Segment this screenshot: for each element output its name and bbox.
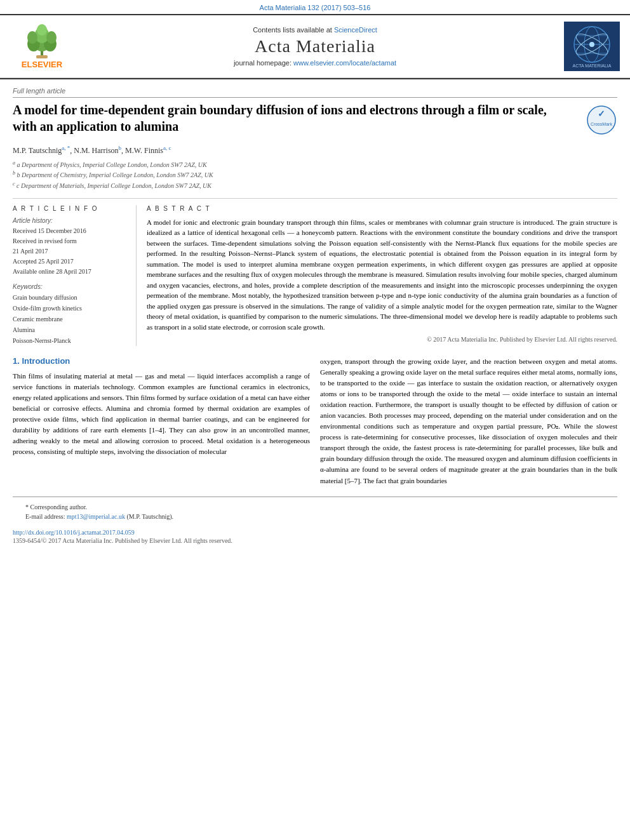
acta-materialia-logo: ACTA MATERIALIA: [564, 22, 620, 71]
email-note: E-mail address: mpt13@imperial.ac.uk (M.…: [25, 512, 605, 521]
svg-point-6: [46, 31, 57, 44]
sciencedirect-line: Contents lists available at ScienceDirec…: [80, 26, 550, 34]
revised-date: 21 April 2017: [13, 246, 130, 257]
keyword-5: Poisson-Nernst-Planck: [13, 335, 130, 346]
svg-point-5: [27, 31, 37, 44]
intro-right-text: oxygen, transport through the growing ox…: [320, 356, 617, 486]
elsevier-logo: ELSEVIER: [10, 23, 74, 69]
introduction-section: 1. Introduction Thin films of insulating…: [0, 346, 630, 497]
elsevier-tree-icon: [20, 23, 64, 58]
authors-line: M.P. Tautschniga, *, N.M. Harrisonb, M.W…: [13, 145, 617, 156]
affiliation-c: c c Department of Materials, Imperial Co…: [13, 180, 617, 190]
history-label: Article history:: [13, 217, 130, 224]
author-1: M.P. Tautschnig: [13, 146, 62, 155]
info-abstract-columns: A R T I C L E I N F O Article history: R…: [13, 198, 617, 346]
svg-text:✓: ✓: [598, 109, 605, 119]
corresponding-note: * Corresponding author.: [25, 502, 605, 512]
affiliation-b: b b Department of Chemistry, Imperial Co…: [13, 170, 617, 180]
svg-text:CrossMark: CrossMark: [591, 122, 612, 126]
article-title-row: A model for time-dependent grain boundar…: [13, 102, 617, 138]
doi-link[interactable]: http://dx.doi.org/10.1016/j.actamat.2017…: [13, 529, 135, 536]
svg-point-17: [589, 42, 594, 47]
homepage-link[interactable]: www.elsevier.com/locate/actamat: [293, 59, 396, 67]
keyword-4: Alumina: [13, 324, 130, 335]
copyright-line: © 2017 Acta Materialia Inc. Published by…: [147, 336, 617, 343]
svg-rect-8: [36, 55, 48, 58]
intro-right-column: oxygen, transport through the growing ox…: [320, 356, 617, 486]
sciencedirect-link[interactable]: ScienceDirect: [334, 26, 377, 34]
keywords-label: Keywords:: [13, 283, 130, 290]
keyword-1: Grain boundary diffusion: [13, 292, 130, 303]
keyword-3: Ceramic membrane: [13, 314, 130, 324]
keyword-2: Oxide-film growth kinetics: [13, 303, 130, 314]
revised-label: Received in revised form: [13, 236, 130, 246]
article-title: A model for time-dependent grain boundar…: [13, 102, 586, 135]
abstract-column: A B S T R A C T A model for ionic and el…: [147, 205, 617, 346]
accepted-date: Accepted 25 April 2017: [13, 257, 130, 267]
article-type-label: Full length article: [13, 87, 617, 98]
page: Acta Materialia 132 (2017) 503–516 ELSEV…: [0, 0, 630, 840]
svg-point-7: [37, 24, 47, 36]
received-date: Received 15 December 2016: [13, 226, 130, 236]
doi-line: http://dx.doi.org/10.1016/j.actamat.2017…: [0, 526, 630, 537]
journal-header: ELSEVIER Contents lists available at Sci…: [0, 14, 630, 78]
article-info-header: A R T I C L E I N F O: [13, 205, 130, 212]
article-history: Article history: Received 15 December 20…: [13, 217, 130, 277]
author-3: M.W. Finnis: [125, 146, 163, 155]
keywords-section: Keywords: Grain boundary diffusion Oxide…: [13, 283, 130, 346]
journal-homepage: journal homepage: www.elsevier.com/locat…: [80, 59, 550, 67]
elsevier-brand-text: ELSEVIER: [22, 60, 62, 69]
article-section: Full length article A model for time-dep…: [0, 78, 630, 346]
section-title: 1. Introduction: [13, 356, 310, 366]
author-2: N.M. Harrison: [74, 146, 118, 155]
journal-reference: Acta Materialia 132 (2017) 503–516: [0, 0, 630, 14]
email-link[interactable]: mpt13@imperial.ac.uk: [67, 513, 125, 520]
issn-line: 1359-6454/© 2017 Acta Materialia Inc. Pu…: [0, 537, 630, 549]
intro-left-text: Thin films of insulating material at met…: [13, 371, 310, 457]
crossmark-badge[interactable]: ✓ CrossMark: [586, 104, 617, 138]
footnote-area: * Corresponding author. E-mail address: …: [13, 497, 617, 526]
abstract-header: A B S T R A C T: [147, 205, 617, 212]
journal-title: Acta Materialia: [80, 36, 550, 57]
svg-text:ACTA MATERIALIA: ACTA MATERIALIA: [573, 63, 612, 68]
article-info-column: A R T I C L E I N F O Article history: R…: [13, 205, 137, 346]
affiliation-a: a a Department of Physics, Imperial Coll…: [13, 159, 617, 170]
journal-logo-area: ACTA MATERIALIA: [556, 22, 620, 71]
intro-left-column: 1. Introduction Thin films of insulating…: [13, 356, 310, 486]
journal-title-area: Contents lists available at ScienceDirec…: [80, 26, 550, 67]
affiliations: a a Department of Physics, Imperial Coll…: [13, 159, 617, 190]
abstract-text: A model for ionic and electronic grain b…: [147, 217, 617, 333]
online-date: Available online 28 April 2017: [13, 267, 130, 277]
